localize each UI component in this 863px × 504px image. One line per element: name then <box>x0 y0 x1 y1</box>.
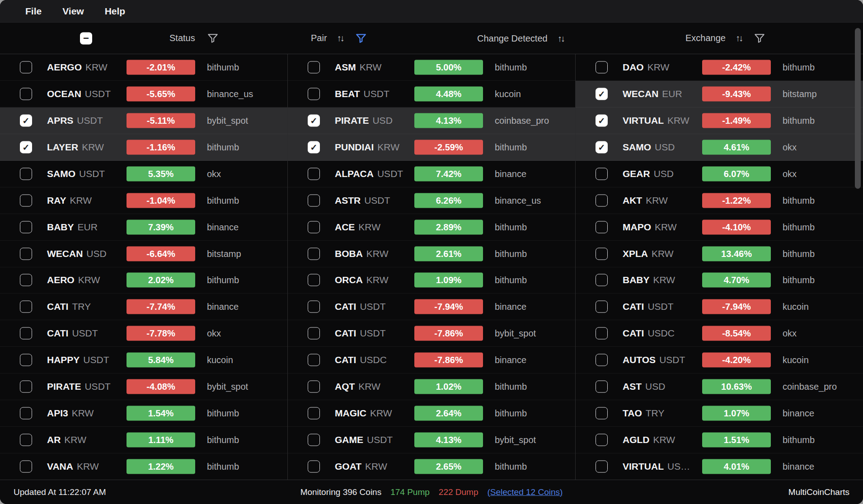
select-all-checkbox[interactable]: − <box>80 32 92 44</box>
row-checkbox[interactable]: ✓ <box>308 381 320 393</box>
row-checkbox[interactable]: ✓ <box>596 221 608 233</box>
coin-row[interactable]: ✓ BEATUSDT 4.48% kucoin <box>288 81 575 107</box>
coin-row[interactable]: ✓ VIRTUALUS… 4.01% binance <box>576 453 863 480</box>
coin-row[interactable]: ✓ CATIUSDC -8.54% okx <box>576 320 863 347</box>
coin-row[interactable]: ✓ MAPOKRW -4.10% bithumb <box>576 214 863 241</box>
coin-row[interactable]: ✓ AGLDKRW 1.51% bithumb <box>576 427 863 453</box>
row-checkbox[interactable]: ✓ <box>596 381 608 393</box>
coin-row[interactable]: ✓ BABYKRW 4.70% bithumb <box>576 267 863 294</box>
coin-row[interactable]: ✓ MAGICKRW 2.64% bithumb <box>288 400 575 427</box>
row-checkbox[interactable]: ✓ <box>20 168 32 180</box>
coin-row[interactable]: ✓ APRSUSDT -5.11% bybit_spot <box>0 107 287 134</box>
coin-row[interactable]: ✓ SAMOUSD 4.61% okx <box>576 134 863 161</box>
row-checkbox[interactable]: ✓ <box>20 141 32 153</box>
row-checkbox[interactable]: ✓ <box>308 354 320 366</box>
row-checkbox[interactable]: ✓ <box>308 327 320 340</box>
coin-row[interactable]: ✓ GOATKRW 2.65% bithumb <box>288 453 575 480</box>
coin-row[interactable]: ✓ WECANEUR -9.43% bitstamp <box>576 81 863 107</box>
coin-row[interactable]: ✓ GAMEUSDT 4.13% bybit_spot <box>288 427 575 453</box>
coin-row[interactable]: ✓ ASTRUSDT 6.26% binance_us <box>288 187 575 214</box>
row-checkbox[interactable]: ✓ <box>596 461 608 473</box>
row-checkbox[interactable]: ✓ <box>20 88 32 100</box>
row-checkbox[interactable]: ✓ <box>20 461 32 473</box>
coin-row[interactable]: ✓ CATIUSDT -7.78% okx <box>0 320 287 347</box>
coin-row[interactable]: ✓ RAYKRW -1.04% bithumb <box>0 187 287 214</box>
row-checkbox[interactable]: ✓ <box>596 114 608 126</box>
row-checkbox[interactable]: ✓ <box>20 327 32 340</box>
coin-row[interactable]: ✓ CATITRY -7.74% binance <box>0 294 287 320</box>
row-checkbox[interactable]: ✓ <box>20 354 32 366</box>
coin-row[interactable]: ✓ HAPPYUSDT 5.84% kucoin <box>0 347 287 373</box>
row-checkbox[interactable]: ✓ <box>308 301 320 313</box>
menu-help[interactable]: Help <box>105 6 126 17</box>
coin-row[interactable]: ✓ AQTKRW 1.02% bithumb <box>288 373 575 400</box>
row-checkbox[interactable]: ✓ <box>308 61 320 73</box>
coin-row[interactable]: ✓ CATIUSDT -7.94% kucoin <box>576 294 863 320</box>
coin-row[interactable]: ✓ TAOTRY 1.07% binance <box>576 400 863 427</box>
row-checkbox[interactable]: ✓ <box>20 301 32 313</box>
status-filter-icon[interactable] <box>207 33 219 44</box>
row-checkbox[interactable]: ✓ <box>308 274 320 286</box>
row-checkbox[interactable]: ✓ <box>20 407 32 420</box>
row-checkbox[interactable]: ✓ <box>308 221 320 233</box>
row-checkbox[interactable]: ✓ <box>308 407 320 420</box>
coin-row[interactable]: ✓ VANAKRW 1.22% bithumb <box>0 453 287 480</box>
row-checkbox[interactable]: ✓ <box>596 327 608 340</box>
coin-row[interactable]: ✓ ARKRW 1.11% bithumb <box>0 427 287 453</box>
row-checkbox[interactable]: ✓ <box>596 354 608 366</box>
coin-row[interactable]: ✓ XPLAKRW 13.46% bithumb <box>576 241 863 267</box>
coin-row[interactable]: ✓ ASTUSD 10.63% coinbase_pro <box>576 373 863 400</box>
coin-row[interactable]: ✓ ORCAKRW 1.09% bithumb <box>288 267 575 294</box>
coin-row[interactable]: ✓ LAYERKRW -1.16% bithumb <box>0 134 287 161</box>
row-checkbox[interactable]: ✓ <box>20 434 32 446</box>
row-checkbox[interactable]: ✓ <box>20 221 32 233</box>
row-checkbox[interactable]: ✓ <box>308 247 320 260</box>
coin-row[interactable]: ✓ BOBAKRW 2.61% bithumb <box>288 241 575 267</box>
row-checkbox[interactable]: ✓ <box>308 194 320 206</box>
selected-coins-link[interactable]: (Selected 12 Coins) <box>487 487 563 497</box>
coin-row[interactable]: ✓ AEROKRW 2.02% bithumb <box>0 267 287 294</box>
row-checkbox[interactable]: ✓ <box>596 247 608 260</box>
row-checkbox[interactable]: ✓ <box>20 247 32 260</box>
coin-row[interactable]: ✓ ALPACAUSDT 7.42% binance <box>288 161 575 187</box>
row-checkbox[interactable]: ✓ <box>20 274 32 286</box>
row-checkbox[interactable]: ✓ <box>596 168 608 180</box>
row-checkbox[interactable]: ✓ <box>596 274 608 286</box>
coin-row[interactable]: ✓ SAMOUSDT 5.35% okx <box>0 161 287 187</box>
row-checkbox[interactable]: ✓ <box>20 114 32 126</box>
vertical-scrollbar-thumb[interactable] <box>855 28 861 189</box>
coin-row[interactable]: ✓ AUTOSUSDT -4.20% kucoin <box>576 347 863 373</box>
row-checkbox[interactable]: ✓ <box>20 61 32 73</box>
coin-row[interactable]: ✓ WECANUSD -6.64% bitstamp <box>0 241 287 267</box>
row-checkbox[interactable]: ✓ <box>596 301 608 313</box>
row-checkbox[interactable]: ✓ <box>596 434 608 446</box>
coin-row[interactable]: ✓ AERGOKRW -2.01% bithumb <box>0 54 287 81</box>
row-checkbox[interactable]: ✓ <box>308 114 320 126</box>
coin-row[interactable]: ✓ PIRATEUSD 4.13% coinbase_pro <box>288 107 575 134</box>
row-checkbox[interactable]: ✓ <box>596 88 608 100</box>
exchange-filter-icon[interactable] <box>754 33 765 44</box>
coin-row[interactable]: ✓ VIRTUALKRW -1.49% bithumb <box>576 107 863 134</box>
coin-row[interactable]: ✓ AKTKRW -1.22% bithumb <box>576 187 863 214</box>
coin-row[interactable]: ✓ CATIUSDT -7.94% binance <box>288 294 575 320</box>
coin-row[interactable]: ✓ PIRATEUSDT -4.08% bybit_spot <box>0 373 287 400</box>
exchange-sort-icon[interactable]: ↑↓ <box>736 33 742 43</box>
row-checkbox[interactable]: ✓ <box>596 141 608 153</box>
coin-row[interactable]: ✓ DAOKRW -2.42% bithumb <box>576 54 863 81</box>
row-checkbox[interactable]: ✓ <box>308 88 320 100</box>
coin-row[interactable]: ✓ GEARUSD 6.07% okx <box>576 161 863 187</box>
coin-row[interactable]: ✓ CATIUSDT -7.86% bybit_spot <box>288 320 575 347</box>
row-checkbox[interactable]: ✓ <box>20 194 32 206</box>
change-sort-icon[interactable]: ↑↓ <box>558 33 564 43</box>
menu-file[interactable]: File <box>25 6 42 17</box>
row-checkbox[interactable]: ✓ <box>20 381 32 393</box>
row-checkbox[interactable]: ✓ <box>596 194 608 206</box>
row-checkbox[interactable]: ✓ <box>596 407 608 420</box>
coin-row[interactable]: ✓ ACEKRW 2.89% bithumb <box>288 214 575 241</box>
row-checkbox[interactable]: ✓ <box>596 61 608 73</box>
coin-row[interactable]: ✓ CATIUSDC -7.86% binance <box>288 347 575 373</box>
menu-view[interactable]: View <box>62 6 84 17</box>
pair-filter-icon-active[interactable] <box>355 33 367 44</box>
row-checkbox[interactable]: ✓ <box>308 461 320 473</box>
coin-row[interactable]: ✓ API3KRW 1.54% bithumb <box>0 400 287 427</box>
